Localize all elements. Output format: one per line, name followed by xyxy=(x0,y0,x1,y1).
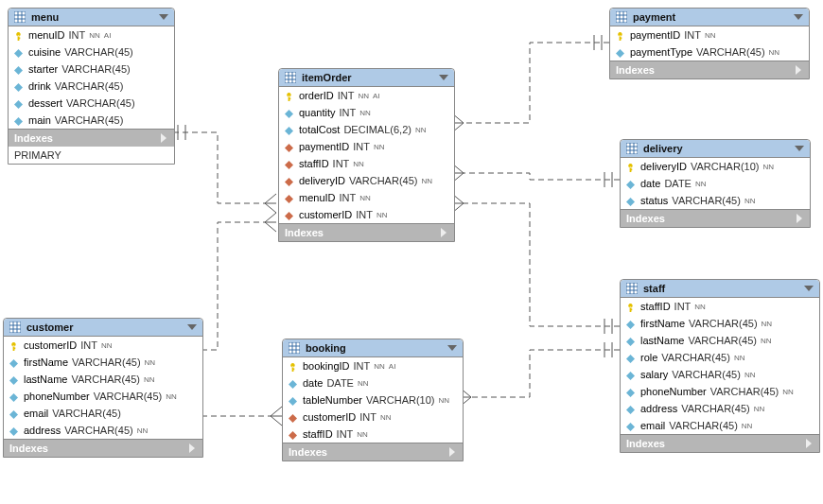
column-row[interactable]: menuIDINTNN xyxy=(279,189,454,206)
column-row[interactable]: lastNameVARCHAR(45)NN xyxy=(621,332,819,349)
column-row[interactable]: staffIDINTNN xyxy=(279,155,454,172)
indexes-bar[interactable]: Indexes xyxy=(621,209,810,227)
column-type: VARCHAR(10) xyxy=(691,161,760,172)
table-itemOrder[interactable]: itemOrder orderIDINTNNAIquantityINTNNtot… xyxy=(278,68,455,242)
column-row[interactable]: statusVARCHAR(45)NN xyxy=(621,192,810,209)
column-row[interactable]: staffIDINTNN xyxy=(621,298,819,315)
chevron-down-icon[interactable] xyxy=(804,284,814,293)
column-type: VARCHAR(45) xyxy=(72,356,141,368)
column-row[interactable]: starterVARCHAR(45) xyxy=(9,61,174,78)
column-row[interactable]: emailVARCHAR(45)NN xyxy=(621,417,819,434)
column-row[interactable]: bookingIDINTNNAI xyxy=(283,357,463,374)
column-row[interactable]: firstNameVARCHAR(45)NN xyxy=(4,354,202,371)
table-booking[interactable]: booking bookingIDINTNNAIdateDATENNtableN… xyxy=(282,339,464,461)
column-name: address xyxy=(640,403,677,414)
column-row[interactable]: cuisineVARCHAR(45) xyxy=(9,43,174,61)
svg-marker-97 xyxy=(187,324,197,330)
fk-diamond-icon xyxy=(285,177,293,185)
column-row[interactable]: drinkVARCHAR(45) xyxy=(9,78,174,95)
chevron-down-icon[interactable] xyxy=(439,73,448,82)
column-row[interactable]: paymentIDINTNN xyxy=(610,26,809,43)
column-row[interactable]: lastNameVARCHAR(45)NN xyxy=(4,371,202,388)
table-header[interactable]: staff xyxy=(621,280,819,298)
column-row[interactable]: staffIDINTNN xyxy=(283,426,463,443)
column-row[interactable]: roleVARCHAR(45)NN xyxy=(621,349,819,366)
table-delivery[interactable]: delivery deliveryIDVARCHAR(10)NNdateDATE… xyxy=(620,139,811,228)
column-name: phoneNumber xyxy=(24,391,90,402)
column-type: VARCHAR(45) xyxy=(710,386,779,397)
chevron-down-icon[interactable] xyxy=(447,343,457,353)
table-header[interactable]: payment xyxy=(610,9,809,26)
column-tag: NN xyxy=(769,48,780,57)
table-staff[interactable]: staff staffIDINTNNfirstNameVARCHAR(45)NN… xyxy=(620,279,820,453)
table-header[interactable]: customer xyxy=(4,319,202,337)
column-row[interactable]: orderIDINTNNAI xyxy=(279,87,454,104)
column-row[interactable]: customerIDINTNN xyxy=(283,408,463,426)
column-type: DATE xyxy=(326,377,354,389)
column-name: cuisine xyxy=(28,46,61,58)
indexes-bar[interactable]: Indexes xyxy=(4,439,202,457)
column-diamond-icon xyxy=(626,337,635,345)
svg-marker-42 xyxy=(14,66,23,75)
column-row[interactable]: paymentIDINTNN xyxy=(279,138,454,155)
table-menu[interactable]: menu menuIDINTNNAIcuisineVARCHAR(45)star… xyxy=(8,8,175,165)
column-row[interactable]: paymentTypeVARCHAR(45)NN xyxy=(610,43,809,61)
svg-marker-66 xyxy=(794,14,803,20)
column-row[interactable]: firstNameVARCHAR(45)NN xyxy=(621,315,819,332)
indexes-bar[interactable]: Indexes xyxy=(279,223,454,241)
column-row[interactable]: dateDATENN xyxy=(621,175,810,192)
column-row[interactable]: phoneNumberVARCHAR(45)NN xyxy=(621,383,819,400)
column-row[interactable]: quantityINTNN xyxy=(279,104,454,121)
column-row[interactable]: addressVARCHAR(45)NN xyxy=(621,400,819,417)
column-row[interactable]: emailVARCHAR(45) xyxy=(4,405,202,422)
column-row[interactable]: deliveryIDVARCHAR(45)NN xyxy=(279,172,454,189)
indexes-bar[interactable]: Indexes xyxy=(610,61,809,78)
chevron-down-icon[interactable] xyxy=(187,322,197,332)
column-type: VARCHAR(45) xyxy=(64,425,133,436)
key-icon xyxy=(9,341,18,350)
column-row[interactable]: salaryVARCHAR(45)NN xyxy=(621,366,819,383)
column-row[interactable]: deliveryIDVARCHAR(10)NN xyxy=(621,158,810,175)
table-payment[interactable]: payment paymentIDINTNNpaymentTypeVARCHAR… xyxy=(609,8,810,79)
column-row[interactable]: phoneNumberVARCHAR(45)NN xyxy=(4,388,202,405)
table-header[interactable]: booking xyxy=(283,339,463,357)
er-diagram-canvas[interactable]: .rel{stroke:#555;stroke-width:1;fill:non… xyxy=(0,0,823,504)
column-tag: NN xyxy=(694,303,706,311)
svg-marker-110 xyxy=(289,380,297,389)
indexes-bar[interactable]: Indexes xyxy=(621,434,819,452)
table-header[interactable]: itemOrder xyxy=(279,69,454,87)
column-name: phoneNumber xyxy=(640,386,707,397)
column-row[interactable]: mainVARCHAR(45) xyxy=(9,112,174,129)
indexes-bar[interactable]: Indexes xyxy=(283,443,463,461)
column-row[interactable]: customerIDINTNN xyxy=(279,206,454,223)
table-header[interactable]: delivery xyxy=(621,140,810,158)
column-row[interactable]: totalCostDECIMAL(6,2)NN xyxy=(279,121,454,138)
svg-marker-67 xyxy=(616,49,624,58)
chevron-down-icon[interactable] xyxy=(794,12,803,22)
column-row[interactable]: menuIDINTNNAI xyxy=(9,26,174,43)
column-name: customerID xyxy=(24,339,77,351)
column-tag: NN xyxy=(754,405,765,413)
column-type: INT xyxy=(69,29,86,41)
column-type: VARCHAR(10) xyxy=(366,394,435,406)
column-row[interactable]: tableNumberVARCHAR(10)NN xyxy=(283,391,463,408)
column-type: VARCHAR(45) xyxy=(61,63,131,75)
chevron-down-icon[interactable] xyxy=(159,12,168,22)
table-icon xyxy=(626,283,638,294)
table-title: staff xyxy=(643,283,804,294)
table-title: menu xyxy=(31,11,159,23)
column-tag: NN xyxy=(376,211,388,219)
table-header[interactable]: menu xyxy=(9,9,174,26)
column-row[interactable]: customerIDINTNN xyxy=(4,337,202,354)
table-columns: orderIDINTNNAIquantityINTNNtotalCostDECI… xyxy=(279,87,454,223)
column-row[interactable]: addressVARCHAR(45)NN xyxy=(4,422,202,439)
column-row[interactable]: dessertVARCHAR(45) xyxy=(9,95,174,112)
column-row[interactable]: dateDATENN xyxy=(283,374,463,391)
column-diamond-icon xyxy=(626,388,635,396)
chevron-down-icon[interactable] xyxy=(795,144,804,153)
table-customer[interactable]: customer customerIDINTNNfirstNameVARCHAR… xyxy=(3,318,203,458)
svg-rect-47 xyxy=(285,72,296,83)
column-diamond-icon xyxy=(626,197,635,205)
column-name: staffID xyxy=(299,158,329,169)
indexes-bar[interactable]: Indexes xyxy=(9,129,174,147)
